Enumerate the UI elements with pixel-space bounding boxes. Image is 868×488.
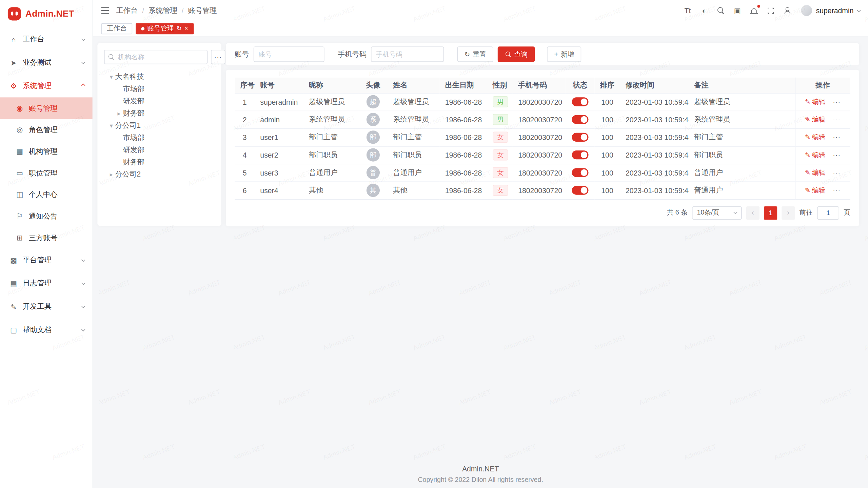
sidebar-item-help-docs[interactable]: ▢ 帮助文档 <box>0 318 93 342</box>
sidebar-item-role-management[interactable]: ◎ 角色管理 <box>0 119 93 141</box>
row-more-button[interactable]: ··· <box>833 99 841 105</box>
sidebar-item-system-management[interactable]: ⚙ 系统管理 <box>0 74 93 98</box>
app-logo[interactable]: Admin.NET <box>0 0 93 28</box>
sidebar-item-personal-center[interactable]: ◫ 个人中心 <box>0 184 93 205</box>
breadcrumb-item[interactable]: 工作台 <box>116 5 138 15</box>
edit-icon: ✎ <box>805 169 810 177</box>
cell-modified-time: 2023-01-03 10:59:44 <box>620 128 689 146</box>
tree-node[interactable]: 研发部 <box>104 144 215 156</box>
tab-bar: 工作台 账号管理 ↻ × <box>93 21 868 37</box>
page-unit-label: 页 <box>844 208 850 218</box>
sidebar-item-org-management[interactable]: ▦ 机构管理 <box>0 141 93 162</box>
phone-input[interactable] <box>371 46 444 62</box>
reset-button[interactable]: ↻ 重置 <box>457 46 493 62</box>
tab-account-management[interactable]: 账号管理 ↻ × <box>136 23 194 34</box>
locale-icon[interactable]: ◐ <box>700 6 708 15</box>
col-header: 姓名 <box>388 78 439 93</box>
goto-page-input[interactable] <box>817 206 839 219</box>
status-toggle[interactable] <box>572 151 589 160</box>
goto-label: 前往 <box>800 208 813 218</box>
sidebar-item-platform-management[interactable]: ▩ 平台管理 <box>0 248 93 272</box>
sidebar-item-workbench[interactable]: ⌂ 工作台 <box>0 28 93 51</box>
edit-button[interactable]: ✎编辑 <box>805 115 826 124</box>
row-more-button[interactable]: ··· <box>833 134 841 141</box>
cell-nickname: 部门主管 <box>303 128 359 146</box>
sidebar-item-business-test[interactable]: ➤ 业务测试 <box>0 51 93 74</box>
tree-node[interactable]: ▾ 分公司1 <box>104 120 215 132</box>
third-party-icon: ⊞ <box>15 233 24 242</box>
add-button[interactable]: + 新增 <box>547 46 581 62</box>
logo-text: Admin.NET <box>25 9 74 19</box>
sidebar-item-third-party-account[interactable]: ⊞ 三方账号 <box>0 227 93 248</box>
col-header: 手机号码 <box>513 78 566 93</box>
caret-down-icon[interactable]: ▾ <box>107 73 115 80</box>
edit-button[interactable]: ✎编辑 <box>805 150 826 160</box>
table-body: 1 superadmin 超级管理员 超 超级管理员 1986-06-28 男 … <box>235 93 850 199</box>
notification-icon[interactable] <box>750 6 758 15</box>
next-page-button[interactable]: › <box>782 206 795 219</box>
pagination-total: 共 6 条 <box>667 208 688 218</box>
page-size-select[interactable]: 10条/页 <box>692 206 742 219</box>
cell-modified-time: 2023-01-03 10:59:44 <box>620 111 689 128</box>
menu-collapse-icon[interactable] <box>101 7 109 14</box>
cell-order: 100 <box>594 164 620 181</box>
current-page-button[interactable]: 1 <box>764 206 777 219</box>
cell-name: 其他 <box>388 182 439 199</box>
sidebar-item-dev-tools[interactable]: ✎ 开发工具 <box>0 295 93 318</box>
tree-node[interactable]: ▸ 分公司2 <box>104 168 215 180</box>
caret-right-icon[interactable]: ▸ <box>107 171 115 178</box>
row-more-button[interactable]: ··· <box>833 116 841 123</box>
status-toggle[interactable] <box>572 168 589 177</box>
org-search-input[interactable] <box>104 50 208 64</box>
cell-nickname: 部门职员 <box>303 146 359 164</box>
theme-icon[interactable]: ▣ <box>733 6 741 15</box>
account-label: 账号 <box>235 49 249 59</box>
tree-node[interactable]: 市场部 <box>104 132 215 144</box>
nav-icon: ➤ <box>9 58 18 66</box>
tree-node[interactable]: ▾ 大名科技 <box>104 71 215 83</box>
cell-birthdate: 1986-06-28 <box>439 93 487 110</box>
close-icon[interactable]: × <box>184 25 188 32</box>
tree-node[interactable]: ▸ 财务部 <box>104 107 215 120</box>
sidebar-item-notice[interactable]: ⚐ 通知公告 <box>0 205 93 227</box>
sidebar-item-log-management[interactable]: ▤ 日志管理 <box>0 272 93 295</box>
col-header: 头像 <box>359 78 388 93</box>
edit-button[interactable]: ✎编辑 <box>805 97 826 107</box>
refresh-icon[interactable]: ↻ <box>177 25 182 32</box>
caret-right-icon[interactable]: ▸ <box>115 110 123 117</box>
edit-button[interactable]: ✎编辑 <box>805 186 826 195</box>
user-menu[interactable]: superadmin <box>801 5 861 16</box>
cell-account: superadmin <box>255 93 303 110</box>
search-button[interactable]: 查询 <box>498 46 535 62</box>
edit-button[interactable]: ✎编辑 <box>805 168 826 178</box>
font-size-icon[interactable]: Tt <box>684 6 691 15</box>
tree-more-button[interactable]: ··· <box>211 50 225 64</box>
breadcrumb-item[interactable]: 系统管理 <box>149 5 177 15</box>
tree-node[interactable]: 研发部 <box>104 95 215 107</box>
edit-button[interactable]: ✎编辑 <box>805 133 826 142</box>
tree-node[interactable]: 市场部 <box>104 83 215 95</box>
status-toggle[interactable] <box>572 133 589 142</box>
status-toggle[interactable] <box>572 186 589 195</box>
user-icon[interactable] <box>783 6 791 15</box>
status-toggle[interactable] <box>572 98 589 106</box>
tree-node[interactable]: 财务部 <box>104 156 215 168</box>
sidebar-item-account-management[interactable]: ◉ 账号管理 <box>0 97 93 119</box>
sidebar-item-position-management[interactable]: ▭ 职位管理 <box>0 162 93 184</box>
row-more-button[interactable]: ··· <box>833 169 841 176</box>
account-input[interactable] <box>254 46 324 62</box>
fullscreen-icon[interactable] <box>767 6 774 15</box>
tab-workbench[interactable]: 工作台 <box>101 23 132 34</box>
prev-page-button[interactable]: ‹ <box>746 206 760 219</box>
plus-icon: + <box>554 51 558 58</box>
chevron-down-icon <box>81 304 85 308</box>
cell-account: user2 <box>255 146 303 164</box>
search-icon[interactable] <box>717 6 725 15</box>
chevron-up-icon <box>81 83 85 87</box>
row-more-button[interactable]: ··· <box>833 151 841 158</box>
tab-active-dot <box>141 27 144 30</box>
cell-remark: 普通用户 <box>689 164 795 181</box>
caret-down-icon[interactable]: ▾ <box>107 122 115 129</box>
row-more-button[interactable]: ··· <box>833 187 841 194</box>
status-toggle[interactable] <box>572 115 589 124</box>
